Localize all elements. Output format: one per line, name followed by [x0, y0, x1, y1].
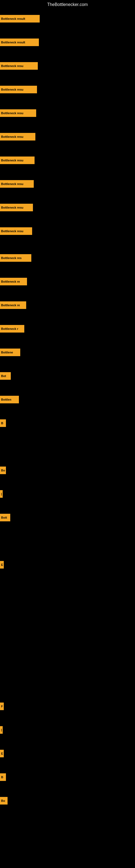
bottleneck-label: E	[1, 563, 3, 566]
bottleneck-bar: E	[0, 561, 4, 568]
bottleneck-label: Bottlen	[1, 398, 11, 401]
bottleneck-bar: |	[0, 490, 3, 498]
bottleneck-label: Bottleneck resu	[1, 112, 24, 115]
bottleneck-bar: Bottleneck resu	[0, 109, 36, 117]
bottleneck-label: Bottleneck resu	[1, 88, 24, 91]
bottleneck-bar: Bottleneck re	[0, 301, 26, 309]
bottleneck-label: Bo	[1, 799, 5, 802]
bottleneck-bar: Bott	[0, 514, 10, 521]
bottleneck-bar: B	[0, 773, 6, 781]
bottleneck-bar: Bottleneck res	[0, 254, 31, 262]
bottleneck-bar: Bo	[0, 797, 8, 805]
bottleneck-bar: Bottleneck re	[0, 278, 27, 285]
bottleneck-bar: Bottlene	[0, 348, 20, 356]
bottleneck-bar: Bottleneck result	[0, 38, 39, 46]
bottleneck-label: Bottleneck res	[1, 256, 21, 259]
bottleneck-bar: Bottleneck resu	[0, 156, 35, 164]
bottleneck-label: Bottleneck resu	[1, 229, 24, 233]
bottleneck-label: E	[1, 752, 3, 755]
bottleneck-label: |	[1, 492, 2, 496]
bottleneck-label: Bottleneck resu	[1, 182, 24, 186]
bottleneck-label: Bottleneck re	[1, 280, 20, 283]
bottleneck-label: Bottleneck resu	[1, 135, 24, 138]
bottleneck-bar: B	[0, 420, 6, 427]
bottleneck-label: B	[1, 775, 3, 779]
bottleneck-label: Bottleneck re	[1, 304, 20, 307]
bottleneck-label: B	[1, 422, 3, 425]
bottleneck-label: Bottlene	[1, 351, 13, 354]
bottleneck-bar: Bo	[0, 467, 6, 474]
bottleneck-bar: Bottleneck r	[0, 325, 24, 333]
bottleneck-label: Bottleneck result	[1, 17, 25, 20]
bottleneck-label: |	[1, 728, 2, 732]
site-title: TheBottlenecker.com	[0, 0, 135, 9]
bottleneck-bar: E	[0, 750, 4, 757]
bottleneck-bar: Bottleneck resu	[0, 180, 34, 188]
bottleneck-label: Bottleneck resu	[1, 159, 24, 162]
bottleneck-bar: F	[0, 703, 4, 710]
bottleneck-label: Bottleneck resu	[1, 206, 24, 209]
bottleneck-label: Bot	[1, 374, 6, 378]
bottleneck-bar: |	[0, 726, 3, 734]
bottleneck-bar: Bot	[0, 372, 11, 380]
bottleneck-label: Bottleneck r	[1, 327, 18, 330]
bottleneck-bar: Bottleneck result	[0, 15, 40, 23]
bottleneck-label: F	[1, 705, 3, 708]
bottleneck-bar: Bottleneck resu	[0, 204, 33, 211]
bottleneck-label: Bott	[1, 516, 7, 519]
bottleneck-label: Bottleneck resu	[1, 64, 24, 67]
bottleneck-bar: Bottleneck resu	[0, 133, 35, 141]
bottleneck-bar: Bottleneck resu	[0, 62, 38, 70]
bottleneck-bar: Bottlen	[0, 396, 19, 403]
bottleneck-label: Bo	[1, 469, 5, 472]
bottleneck-label: Bottleneck result	[1, 41, 25, 44]
bottleneck-bar: Bottleneck resu	[0, 86, 37, 93]
bottleneck-bar: Bottleneck resu	[0, 227, 32, 235]
